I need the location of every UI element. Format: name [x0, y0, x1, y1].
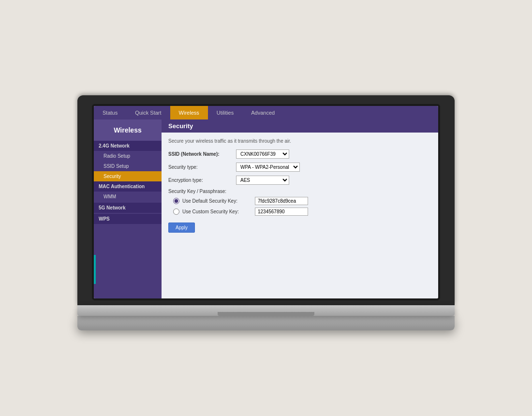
use-default-label: Use Default Security Key:: [182, 198, 255, 204]
description-text: Secure your wireless traffic as it trans…: [168, 138, 431, 144]
sidebar: Wireless 2.4G Network Radio Setup SSID S…: [94, 119, 162, 298]
encryption-type-label: Encryption type:: [168, 178, 236, 183]
nav-quick-start[interactable]: Quick Start: [126, 106, 170, 119]
security-type-select[interactable]: WPA - WPA2-Personal WPA2-Personal WPA-Pe…: [236, 163, 300, 172]
content-panel: Security Secure your wireless traffic as…: [162, 119, 438, 298]
encryption-type-row: Encryption type: AES TKIP TKIP+AES: [168, 176, 431, 185]
sidebar-item-radio-setup[interactable]: Radio Setup: [94, 151, 162, 161]
laptop-bottom: [77, 316, 455, 330]
sidebar-section-mac[interactable]: MAC Authentication: [94, 181, 162, 192]
laptop-screen-bezel: Status Quick Start Wireless Utilities Ad…: [92, 104, 440, 300]
sidebar-section-wps[interactable]: WPS: [94, 214, 162, 224]
security-type-label: Security type:: [168, 164, 236, 170]
sidebar-title: Wireless: [94, 119, 162, 141]
custom-key-input[interactable]: [255, 208, 308, 216]
use-custom-row: Use Custom Security Key:: [173, 208, 431, 216]
main-area: Wireless 2.4G Network Radio Setup SSID S…: [94, 119, 438, 298]
teal-accent-bar: [94, 255, 96, 284]
security-key-title: Security Key / Passphrase:: [168, 189, 431, 194]
use-custom-radio[interactable]: [173, 208, 179, 215]
security-key-section: Security Key / Passphrase: Use Default S…: [168, 189, 431, 216]
top-nav: Status Quick Start Wireless Utilities Ad…: [94, 106, 438, 119]
ssid-label: SSID (Network Name):: [168, 151, 236, 157]
router-ui: Status Quick Start Wireless Utilities Ad…: [94, 106, 438, 298]
default-key-input[interactable]: [255, 197, 308, 205]
nav-advanced[interactable]: Advanced: [242, 106, 283, 119]
sidebar-item-ssid-setup[interactable]: SSID Setup: [94, 161, 162, 171]
nav-utilities[interactable]: Utilities: [208, 106, 242, 119]
laptop-screen: Status Quick Start Wireless Utilities Ad…: [94, 106, 438, 298]
security-type-row: Security type: WPA - WPA2-Personal WPA2-…: [168, 163, 431, 172]
content-header: Security: [162, 119, 438, 133]
encryption-type-select[interactable]: AES TKIP TKIP+AES: [236, 176, 289, 185]
laptop-screen-outer: Status Quick Start Wireless Utilities Ad…: [77, 95, 455, 305]
sidebar-item-security[interactable]: Security: [94, 171, 162, 181]
sidebar-section-5g[interactable]: 5G Network: [94, 203, 162, 213]
sidebar-section-2g[interactable]: 2.4G Network: [94, 141, 162, 151]
ssid-row: SSID (Network Name): CXNK00766F39: [168, 149, 431, 159]
use-custom-label: Use Custom Security Key:: [182, 209, 255, 214]
use-default-radio[interactable]: [173, 198, 179, 204]
laptop-base: [77, 305, 455, 316]
laptop-wrapper: Status Quick Start Wireless Utilities Ad…: [77, 95, 455, 330]
nav-status[interactable]: Status: [94, 106, 126, 119]
content-body: Secure your wireless traffic as it trans…: [162, 133, 438, 238]
nav-wireless[interactable]: Wireless: [170, 106, 208, 119]
ssid-select[interactable]: CXNK00766F39: [236, 149, 289, 159]
apply-button[interactable]: Apply: [168, 223, 195, 233]
use-default-row: Use Default Security Key:: [173, 197, 431, 205]
sidebar-item-wmm[interactable]: WMM: [94, 192, 162, 202]
